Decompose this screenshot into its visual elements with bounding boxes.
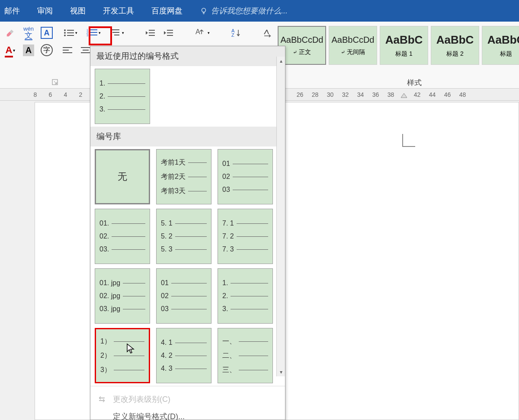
svg-rect-6 bbox=[67, 35, 74, 36]
svg-rect-12 bbox=[90, 35, 97, 35]
svg-rect-20 bbox=[167, 32, 173, 33]
show-marks-icon[interactable] bbox=[260, 26, 274, 40]
svg-rect-21 bbox=[167, 35, 173, 36]
dropdown-footer: ⇆ 更改列表级别(C) 定义新编号格式(D)... bbox=[90, 386, 285, 420]
numbering-01[interactable]: 01 02 03 bbox=[218, 149, 273, 204]
menu-baidu[interactable]: 百度网盘 bbox=[151, 6, 183, 16]
numbering-01-dot[interactable]: 01. 02. 03. bbox=[95, 209, 150, 264]
svg-rect-27 bbox=[63, 52, 72, 53]
change-list-level[interactable]: ⇆ 更改列表级别(C) bbox=[96, 391, 279, 408]
numbering-custom-days[interactable]: 考前1天 考前2天 考前3天 bbox=[156, 149, 211, 204]
svg-point-0 bbox=[202, 8, 206, 12]
dialog-launcher-icon[interactable] bbox=[52, 79, 58, 85]
svg-rect-13 bbox=[111, 29, 119, 30]
highlight-icon[interactable]: A bbox=[22, 43, 35, 57]
eraser-icon[interactable] bbox=[3, 26, 17, 40]
align-left-icon[interactable] bbox=[61, 43, 74, 57]
dropdown-scrollbar[interactable]: ▴ ▾ bbox=[276, 57, 285, 376]
indent-marker-icon[interactable] bbox=[401, 93, 407, 99]
increase-indent-icon[interactable] bbox=[162, 26, 176, 40]
numbering-none[interactable]: 无 bbox=[95, 149, 150, 204]
menu-review[interactable]: 审阅 bbox=[37, 6, 53, 16]
numbering-1-dot[interactable]: 1. 2. 3. bbox=[218, 268, 273, 324]
char-border-icon[interactable]: A bbox=[40, 26, 54, 40]
lightbulb-icon bbox=[200, 7, 208, 15]
svg-rect-2 bbox=[67, 30, 74, 31]
svg-rect-25 bbox=[63, 47, 72, 48]
numbering-01-plain[interactable]: 01 02 03 bbox=[156, 268, 211, 324]
numbering-7x[interactable]: 7. 1 7. 2 7. 3 bbox=[218, 209, 273, 264]
svg-rect-18 bbox=[149, 35, 155, 36]
numbering-jpg[interactable]: 01. jpg 02. jpg 03. jpg bbox=[95, 268, 150, 324]
indent-arrows-icon: ⇆ bbox=[96, 395, 107, 404]
recent-header: 最近使用过的编号格式 bbox=[90, 46, 285, 66]
numbering-dropdown: 最近使用过的编号格式 1. 2. 3. 编号库 无 考前1天 考前2天 考前3天… bbox=[90, 46, 285, 420]
svg-rect-16 bbox=[149, 30, 155, 31]
svg-point-5 bbox=[64, 35, 66, 36]
menu-devtools[interactable]: 开发工具 bbox=[103, 6, 134, 16]
numbering-chinese[interactable]: 一、 二、 三、 bbox=[218, 328, 273, 383]
style-heading2[interactable]: AaBbC 标题 2 bbox=[431, 26, 479, 65]
multilevel-icon[interactable]: ▾ bbox=[107, 26, 126, 40]
tellme-search[interactable]: 告诉我您想要做什么... bbox=[200, 6, 288, 16]
decrease-indent-icon[interactable] bbox=[144, 26, 157, 40]
menu-mail[interactable]: 邮件 bbox=[4, 6, 20, 16]
sort-icon[interactable]: AZ bbox=[229, 26, 243, 40]
svg-rect-29 bbox=[83, 50, 89, 51]
svg-point-3 bbox=[64, 32, 66, 34]
numbering-icon[interactable]: 123▾ bbox=[84, 26, 103, 40]
svg-rect-17 bbox=[149, 32, 155, 33]
svg-rect-30 bbox=[81, 52, 90, 53]
font-color-icon[interactable]: A▾ bbox=[3, 43, 17, 57]
scroll-down-icon[interactable]: ▾ bbox=[277, 368, 285, 376]
svg-rect-4 bbox=[67, 32, 74, 33]
svg-rect-10 bbox=[90, 32, 97, 33]
svg-rect-8 bbox=[90, 29, 97, 30]
pinyin-icon[interactable]: wén文 bbox=[22, 26, 35, 40]
numbering-4x[interactable]: 4. 1 4. 2 4. 3 bbox=[156, 328, 211, 383]
cursor-icon bbox=[126, 343, 135, 354]
numbering-5x[interactable]: 5. 1 5. 2 5. 3 bbox=[156, 209, 211, 264]
svg-text:3: 3 bbox=[86, 34, 88, 37]
style-nospacing[interactable]: AaBbCcDd ⤶无间隔 bbox=[329, 26, 377, 65]
style-gallery: AaBbCcDd ⤶正文 AaBbCcDd ⤶无间隔 AaBbC 标题 1 Aa… bbox=[278, 26, 519, 88]
crop-mark-icon bbox=[402, 134, 415, 147]
svg-text:Z: Z bbox=[231, 32, 234, 38]
enclose-icon[interactable]: 字 bbox=[40, 43, 54, 57]
style-title[interactable]: AaBbC 标题 bbox=[482, 26, 519, 65]
svg-rect-15 bbox=[114, 35, 119, 35]
svg-point-1 bbox=[64, 29, 66, 31]
bullets-icon[interactable]: ▾ bbox=[61, 26, 80, 40]
menu-view[interactable]: 视图 bbox=[70, 6, 86, 16]
recent-format-1[interactable]: 1. 2. 3. bbox=[95, 69, 150, 124]
svg-rect-28 bbox=[81, 47, 90, 48]
define-new-format[interactable]: 定义新编号格式(D)... bbox=[96, 408, 279, 420]
menubar: 邮件 审阅 视图 开发工具 百度网盘 告诉我您想要做什么... bbox=[0, 0, 519, 22]
style-heading1[interactable]: AaBbC 标题 1 bbox=[380, 26, 428, 65]
styles-group-label: 样式 bbox=[407, 78, 422, 88]
numbering-paren[interactable]: 1） 2） 3） bbox=[95, 328, 150, 383]
svg-rect-26 bbox=[63, 50, 69, 51]
text-direction-icon[interactable]: A▾ bbox=[193, 26, 212, 40]
library-header: 编号库 bbox=[90, 127, 285, 146]
svg-rect-19 bbox=[167, 30, 173, 31]
svg-rect-14 bbox=[112, 32, 119, 33]
scroll-up-icon[interactable]: ▴ bbox=[277, 57, 285, 65]
svg-text:A: A bbox=[195, 28, 200, 35]
